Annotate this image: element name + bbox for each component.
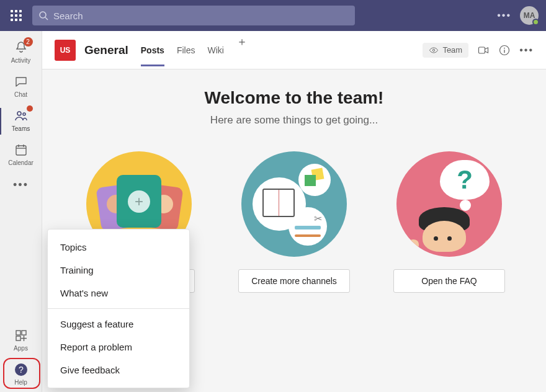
rail-item-activity[interactable]: 2 Activity xyxy=(0,36,42,70)
svg-rect-14 xyxy=(479,47,485,53)
calendar-icon xyxy=(13,142,29,158)
card-create-channels: ✂ Create more channels xyxy=(238,151,350,293)
help-menu-feedback[interactable]: Give feedback xyxy=(48,359,189,381)
welcome-subtitle: Here are some things to get going... xyxy=(55,114,534,127)
channel-more-button[interactable]: ••• xyxy=(519,45,534,56)
menu-separator xyxy=(48,308,189,309)
team-avatar[interactable]: US xyxy=(55,40,76,61)
apps-icon xyxy=(13,327,29,344)
team-visibility-button[interactable]: Team xyxy=(423,43,468,58)
tab-wiki[interactable]: Wiki xyxy=(207,34,223,66)
meet-icon[interactable] xyxy=(477,44,490,56)
help-menu-topics[interactable]: Topics xyxy=(48,236,189,259)
app-rail: 2 Activity Chat Teams Calendar ••• Apps … xyxy=(0,31,42,392)
rail-label: Chat xyxy=(14,91,27,98)
search-box[interactable] xyxy=(32,6,355,25)
tab-files[interactable]: Files xyxy=(177,34,195,66)
channel-tabs: Posts Files Wiki ＋ xyxy=(141,34,248,66)
teams-badge xyxy=(27,105,33,112)
svg-point-13 xyxy=(433,49,435,51)
rail-item-apps[interactable]: Apps xyxy=(0,324,42,358)
chat-icon xyxy=(13,74,29,90)
svg-rect-10 xyxy=(16,336,20,341)
help-menu: Topics Training What's new Suggest a fea… xyxy=(47,229,190,388)
help-menu-report[interactable]: Report a problem xyxy=(48,336,189,359)
card-open-faq: ? Open the FAQ xyxy=(393,151,505,293)
waffle-icon xyxy=(11,10,22,21)
help-menu-whatsnew[interactable]: What's new xyxy=(48,282,189,305)
rail-item-teams[interactable]: Teams xyxy=(0,104,42,138)
presence-indicator xyxy=(532,19,539,25)
app-launcher-button[interactable] xyxy=(7,7,25,24)
svg-point-2 xyxy=(17,112,21,115)
titlebar-more-button[interactable]: ••• xyxy=(497,10,511,21)
rail-item-chat[interactable]: Chat xyxy=(0,70,42,104)
svg-point-3 xyxy=(23,113,25,115)
search-icon xyxy=(38,11,48,20)
channel-header: US General Posts Files Wiki ＋ Team ••• xyxy=(42,31,546,69)
rail-more-button[interactable]: ••• xyxy=(13,174,29,197)
help-icon: ? xyxy=(13,362,29,378)
faq-illustration: ? xyxy=(396,151,502,257)
activity-badge: 2 xyxy=(24,37,33,47)
channels-illustration: ✂ xyxy=(241,151,347,257)
svg-text:?: ? xyxy=(19,365,24,375)
card-button-open-faq[interactable]: Open the FAQ xyxy=(393,269,505,293)
card-button-create-channels[interactable]: Create more channels xyxy=(238,269,350,293)
eye-icon xyxy=(429,45,439,55)
teams-icon xyxy=(13,108,29,124)
bell-icon: 2 xyxy=(13,40,29,56)
svg-rect-8 xyxy=(16,331,20,335)
rail-item-calendar[interactable]: Calendar xyxy=(0,138,42,172)
svg-rect-4 xyxy=(16,146,26,155)
svg-line-1 xyxy=(45,17,48,20)
rail-label: Apps xyxy=(14,345,28,352)
help-menu-training[interactable]: Training xyxy=(48,259,189,282)
add-tab-button[interactable]: ＋ xyxy=(236,34,248,66)
rail-label: Teams xyxy=(12,125,30,132)
rail-label: Calendar xyxy=(8,159,34,166)
help-menu-suggest[interactable]: Suggest a feature xyxy=(48,313,189,336)
tab-posts[interactable]: Posts xyxy=(141,34,164,66)
info-icon[interactable] xyxy=(498,44,511,56)
channel-name: General xyxy=(84,43,128,57)
rail-label: Help xyxy=(14,379,27,386)
svg-point-17 xyxy=(504,47,505,48)
svg-point-0 xyxy=(40,12,46,18)
svg-rect-9 xyxy=(22,331,26,335)
welcome-title: Welcome to the team! xyxy=(55,88,534,108)
search-input[interactable] xyxy=(53,11,349,21)
rail-item-help[interactable]: ? Help xyxy=(0,358,42,392)
rail-label: Activity xyxy=(11,57,31,64)
title-bar: ••• MA xyxy=(0,0,546,31)
profile-avatar[interactable]: MA xyxy=(520,6,539,25)
